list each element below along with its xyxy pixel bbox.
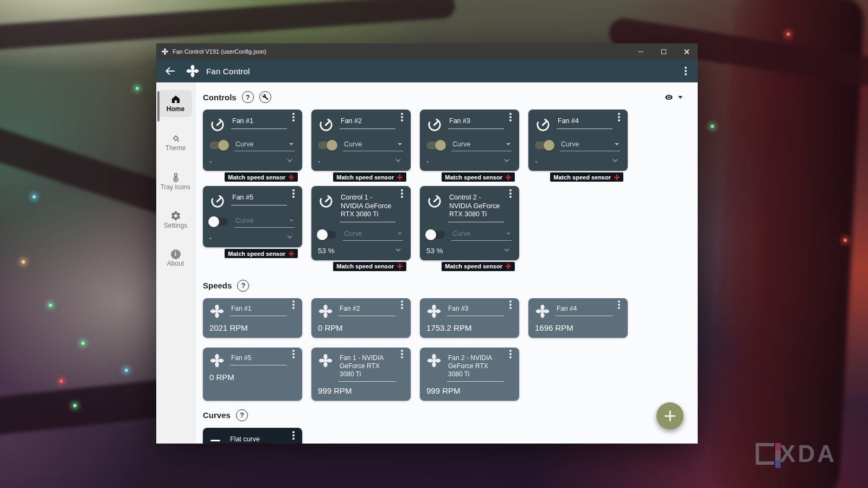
speed-value: 999 RPM — [426, 386, 512, 395]
controls-tools-button[interactable] — [259, 91, 271, 103]
curve-select[interactable]: Curve — [343, 139, 403, 151]
sidebar-item-label: Home — [167, 106, 184, 113]
sidebar-item-label: About — [167, 260, 184, 268]
match-speed-sensor-badge: Match speed sensor — [550, 172, 623, 182]
control-enable-toggle[interactable] — [318, 231, 336, 239]
controls-help-button[interactable]: ? — [242, 91, 254, 103]
card-menu-button[interactable] — [618, 116, 620, 118]
card-menu-button[interactable] — [292, 304, 295, 306]
control-enable-toggle[interactable] — [426, 142, 445, 149]
speed-name-input[interactable]: Fan #5 — [230, 353, 287, 365]
sensor-select[interactable]: 53 % — [318, 241, 403, 255]
fan-icon — [505, 174, 512, 181]
sidebar-item-about[interactable]: i About — [159, 246, 192, 272]
sensor-select[interactable]: - — [209, 228, 295, 242]
badge-label: Match speed sensor — [553, 174, 611, 181]
sensor-select[interactable]: - — [426, 151, 512, 165]
speed-name-input[interactable]: Fan 2 - NVIDIA GeForce RTX 3080 Ti — [447, 353, 504, 382]
sidebar-item-settings[interactable]: Settings — [159, 207, 192, 234]
control-enable-toggle[interactable] — [535, 142, 553, 149]
speed-value: 999 RPM — [318, 386, 403, 395]
sidebar-item-home[interactable]: Home — [159, 90, 192, 117]
sensor-select[interactable]: 53 % — [426, 241, 512, 255]
sensor-select[interactable]: - — [209, 151, 295, 165]
maximize-button[interactable] — [652, 43, 675, 60]
controls-grid: Fan #1 Curve - — [203, 110, 690, 271]
control-name-input[interactable]: Control 2 - NVIDIA GeForce RTX 3080 Ti — [448, 192, 504, 222]
select-caret-icon — [506, 233, 510, 235]
card-menu-button[interactable] — [292, 353, 295, 355]
curve-select[interactable]: Curve — [234, 139, 295, 151]
control-cell: Fan #5 Curve - — [203, 186, 302, 271]
badge-label: Match speed sensor — [228, 174, 285, 181]
speed-name-input[interactable]: Fan #1 — [230, 304, 287, 316]
back-arrow-button[interactable] — [164, 65, 177, 78]
control-card-fan1: Fan #1 Curve - — [203, 110, 302, 171]
control-name-input[interactable]: Fan #3 — [448, 116, 504, 129]
card-menu-button[interactable] — [401, 353, 403, 355]
curve-select[interactable]: Curve — [343, 229, 403, 241]
window-titlebar[interactable]: Fan Control V191 (userConfig.json) — [156, 43, 698, 60]
card-menu-button[interactable] — [401, 304, 403, 306]
toggle-knob — [317, 229, 328, 240]
curve-select[interactable]: Curve — [234, 216, 295, 228]
card-menu-button[interactable] — [618, 304, 620, 306]
select-caret-icon — [289, 143, 293, 145]
control-name-input[interactable]: Fan #4 — [557, 116, 612, 129]
theme-icon — [170, 133, 181, 144]
control-name-input[interactable]: Fan #1 — [231, 116, 287, 129]
card-menu-button[interactable] — [292, 116, 295, 118]
fan-icon — [288, 174, 295, 181]
match-speed-sensor-badge: Match speed sensor — [225, 172, 298, 182]
speed-name-input[interactable]: Fan 1 - NVIDIA GeForce RTX 3080 Ti — [339, 353, 395, 382]
control-name-input[interactable]: Fan #2 — [340, 116, 395, 129]
control-value: - — [318, 157, 321, 165]
sidebar-item-label: Tray Icons — [161, 184, 191, 191]
card-menu-button[interactable] — [509, 353, 512, 355]
curve-name-input[interactable]: Flat curve example — [229, 434, 287, 444]
card-menu-button[interactable] — [401, 192, 403, 195]
add-fab-button[interactable] — [656, 402, 684, 429]
card-menu-button[interactable] — [509, 116, 512, 118]
curve-select[interactable]: Curve — [451, 139, 512, 151]
visibility-dropdown-button[interactable] — [663, 93, 682, 101]
card-menu-button[interactable] — [509, 192, 512, 195]
card-menu-button[interactable] — [292, 434, 295, 436]
sensor-select[interactable]: - — [535, 151, 620, 165]
main-content: Controls ? Fan #1 — [195, 82, 698, 444]
fan-icon — [318, 353, 333, 368]
curve-select-label: Curve — [452, 230, 506, 237]
control-name-input[interactable]: Fan #5 — [231, 192, 287, 206]
speeds-help-button[interactable]: ? — [237, 280, 249, 292]
curves-help-button[interactable]: ? — [236, 409, 248, 421]
chevron-down-icon — [393, 156, 403, 165]
speed-name-input[interactable]: Fan #2 — [339, 304, 395, 316]
fan-icon — [614, 174, 620, 181]
sidebar-item-tray-icons[interactable]: Tray Icons — [159, 168, 192, 195]
control-name-input[interactable]: Control 1 - NVIDIA GeForce RTX 3080 Ti — [340, 192, 395, 222]
control-enable-toggle[interactable] — [318, 142, 336, 149]
card-menu-button[interactable] — [292, 192, 295, 195]
minimize-button[interactable] — [629, 43, 652, 60]
speed-name-input[interactable]: Fan #4 — [556, 304, 612, 316]
appbar-overflow-menu-button[interactable] — [685, 70, 687, 72]
speed-name-input[interactable]: Fan #3 — [447, 304, 504, 316]
glow-dot — [125, 369, 128, 372]
controls-title: Controls — [203, 93, 237, 102]
sensor-select[interactable]: - — [318, 151, 403, 165]
sidebar-item-theme[interactable]: Theme — [159, 129, 192, 156]
close-button[interactable] — [675, 43, 698, 60]
curve-select[interactable]: Curve — [451, 229, 512, 241]
curve-select-label: Curve — [235, 140, 289, 148]
speed-card-fan1: Fan #1 2021 RPM — [203, 298, 302, 338]
gauge-icon — [318, 193, 334, 209]
control-enable-toggle[interactable] — [209, 218, 228, 226]
card-menu-button[interactable] — [509, 304, 512, 306]
control-enable-toggle[interactable] — [426, 231, 445, 239]
card-menu-button[interactable] — [401, 116, 403, 118]
control-cell: Fan #2 Curve - — [311, 110, 411, 182]
control-enable-toggle[interactable] — [209, 142, 228, 149]
select-caret-icon — [289, 220, 293, 222]
control-card-fan5: Fan #5 Curve - — [203, 186, 302, 247]
curve-select[interactable]: Curve — [560, 139, 620, 151]
